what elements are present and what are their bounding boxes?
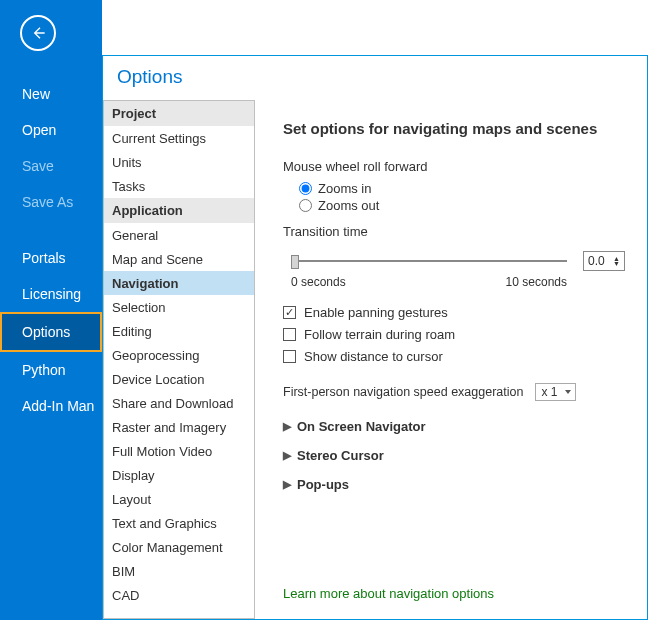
mouse-wheel-label: Mouse wheel roll forward — [283, 159, 625, 174]
learn-more-link[interactable]: Learn more about navigation options — [283, 586, 625, 607]
checkbox-show-distance-label: Show distance to cursor — [304, 349, 443, 364]
chevron-right-icon: ▶ — [283, 420, 291, 433]
category-header-project: Project — [104, 101, 254, 126]
transition-slider[interactable] — [291, 254, 567, 268]
radio-zoom-in[interactable]: Zooms in — [299, 181, 625, 196]
category-map-scene[interactable]: Map and Scene — [104, 247, 254, 271]
checkbox-enable-panning[interactable] — [283, 306, 296, 319]
checkbox-enable-panning-label: Enable panning gestures — [304, 305, 448, 320]
category-full-motion-video[interactable]: Full Motion Video — [104, 439, 254, 463]
backstage-item-options[interactable]: Options — [0, 312, 102, 352]
transition-min-label: 0 seconds — [291, 275, 346, 289]
radio-zoom-in-label: Zooms in — [318, 181, 371, 196]
category-raster-imagery[interactable]: Raster and Imagery — [104, 415, 254, 439]
backstage-item-python[interactable]: Python — [0, 352, 102, 388]
backstage-item-new[interactable]: New — [0, 76, 102, 112]
category-selection[interactable]: Selection — [104, 295, 254, 319]
slider-thumb[interactable] — [291, 255, 299, 269]
options-dialog: Options Project Current Settings Units T… — [102, 55, 648, 620]
checkbox-follow-terrain-label: Follow terrain during roam — [304, 327, 455, 342]
expander-popups[interactable]: ▶ Pop-ups — [283, 477, 625, 492]
category-list[interactable]: Project Current Settings Units Tasks App… — [103, 100, 255, 619]
speed-exaggeration-label: First-person navigation speed exaggerati… — [283, 385, 523, 399]
radio-zoom-out-label: Zooms out — [318, 198, 379, 213]
chevron-right-icon: ▶ — [283, 478, 291, 491]
back-button[interactable] — [20, 15, 56, 51]
backstage-item-open[interactable]: Open — [0, 112, 102, 148]
detail-pane: Set options for navigating maps and scen… — [255, 100, 647, 619]
expander-label: Pop-ups — [297, 477, 349, 492]
category-cad[interactable]: CAD — [104, 583, 254, 607]
category-current-settings[interactable]: Current Settings — [104, 126, 254, 150]
category-editing[interactable]: Editing — [104, 319, 254, 343]
radio-zoom-out[interactable]: Zooms out — [299, 198, 625, 213]
chevron-right-icon: ▶ — [283, 449, 291, 462]
backstage-item-save-as: Save As — [0, 184, 102, 220]
radio-zoom-in-input[interactable] — [299, 182, 312, 195]
backstage-item-licensing[interactable]: Licensing — [0, 276, 102, 312]
expander-label: Stereo Cursor — [297, 448, 384, 463]
radio-zoom-out-input[interactable] — [299, 199, 312, 212]
speed-exaggeration-select[interactable]: x 1 — [535, 383, 576, 401]
backstage-item-addin[interactable]: Add-In Man — [0, 388, 102, 424]
expander-stereo-cursor[interactable]: ▶ Stereo Cursor — [283, 448, 625, 463]
category-navigation[interactable]: Navigation — [104, 271, 254, 295]
category-general[interactable]: General — [104, 223, 254, 247]
category-color-management[interactable]: Color Management — [104, 535, 254, 559]
checkbox-show-distance[interactable] — [283, 350, 296, 363]
backstage-item-save: Save — [0, 148, 102, 184]
back-arrow-icon — [30, 25, 46, 41]
category-layout[interactable]: Layout — [104, 487, 254, 511]
options-title: Options — [103, 56, 647, 100]
expander-label: On Screen Navigator — [297, 419, 426, 434]
spinner-icon[interactable]: ▲▼ — [613, 256, 620, 266]
category-geoprocessing[interactable]: Geoprocessing — [104, 343, 254, 367]
category-bim[interactable]: BIM — [104, 559, 254, 583]
category-display[interactable]: Display — [104, 463, 254, 487]
transition-max-label: 10 seconds — [506, 275, 567, 289]
backstage-item-portals[interactable]: Portals — [0, 240, 102, 276]
checkbox-follow-terrain[interactable] — [283, 328, 296, 341]
transition-value-text: 0.0 — [588, 254, 605, 268]
category-share-download[interactable]: Share and Download — [104, 391, 254, 415]
category-device-location[interactable]: Device Location — [104, 367, 254, 391]
category-header-application: Application — [104, 198, 254, 223]
expander-on-screen-navigator[interactable]: ▶ On Screen Navigator — [283, 419, 625, 434]
transition-time-label: Transition time — [283, 224, 625, 239]
backstage-sidebar: New Open Save Save As Portals Licensing … — [0, 0, 102, 620]
transition-value-input[interactable]: 0.0 ▲▼ — [583, 251, 625, 271]
category-tasks[interactable]: Tasks — [104, 174, 254, 198]
detail-heading: Set options for navigating maps and scen… — [283, 120, 625, 137]
category-units[interactable]: Units — [104, 150, 254, 174]
category-text-graphics[interactable]: Text and Graphics — [104, 511, 254, 535]
